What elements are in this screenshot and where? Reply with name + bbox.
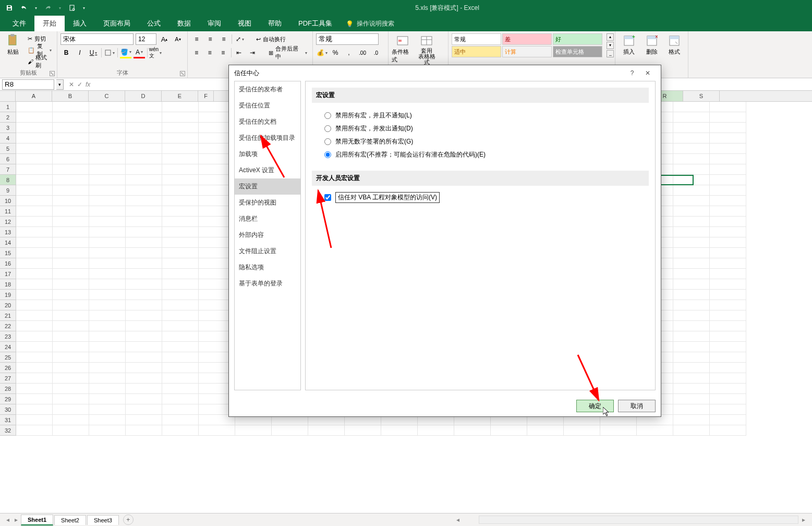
cancel-button[interactable]: 取消 bbox=[618, 400, 656, 412]
cell[interactable] bbox=[16, 331, 53, 342]
cell[interactable] bbox=[89, 123, 126, 133]
cell[interactable] bbox=[53, 331, 89, 342]
cell[interactable] bbox=[710, 269, 746, 279]
cell[interactable] bbox=[710, 310, 746, 321]
cell[interactable] bbox=[126, 196, 162, 206]
row-header[interactable]: 21 bbox=[0, 310, 16, 321]
cell[interactable] bbox=[126, 373, 162, 384]
cell[interactable] bbox=[16, 269, 53, 279]
sidebar-item-addins[interactable]: 加载项 bbox=[235, 146, 300, 162]
cell[interactable] bbox=[126, 154, 162, 164]
cell[interactable] bbox=[162, 227, 199, 237]
cell[interactable] bbox=[162, 290, 199, 300]
cell[interactable] bbox=[673, 373, 710, 384]
cell[interactable] bbox=[126, 363, 162, 373]
cell[interactable] bbox=[126, 133, 162, 144]
cell[interactable] bbox=[162, 185, 199, 196]
align-left-icon[interactable]: ≡ bbox=[191, 47, 202, 58]
row-header[interactable]: 23 bbox=[0, 331, 16, 342]
cell[interactable] bbox=[126, 310, 162, 321]
cell[interactable] bbox=[16, 144, 53, 154]
redo-dropdown-icon[interactable]: ▾ bbox=[57, 3, 63, 13]
tab-formulas[interactable]: 公式 bbox=[139, 16, 169, 31]
row-header[interactable]: 14 bbox=[0, 237, 16, 248]
cell[interactable] bbox=[126, 175, 162, 185]
cell[interactable] bbox=[16, 258, 53, 269]
style-check[interactable]: 检查单元格 bbox=[553, 46, 602, 57]
bold-button[interactable]: B bbox=[60, 47, 72, 58]
hscroll-right[interactable]: ▸ bbox=[799, 516, 808, 523]
cell[interactable] bbox=[53, 321, 89, 331]
cell[interactable] bbox=[89, 175, 126, 185]
cell[interactable] bbox=[89, 342, 126, 352]
format-painter-button[interactable]: 🖌格式刷 bbox=[26, 56, 54, 67]
cell[interactable] bbox=[162, 206, 199, 217]
cell[interactable] bbox=[710, 144, 746, 154]
tab-pdf[interactable]: PDF工具集 bbox=[290, 16, 341, 31]
cell[interactable] bbox=[673, 342, 710, 352]
cell[interactable] bbox=[710, 102, 746, 112]
cell[interactable] bbox=[673, 102, 710, 112]
delete-cells-button[interactable]: × 删除 bbox=[641, 33, 662, 56]
cell[interactable] bbox=[673, 331, 710, 342]
cell[interactable] bbox=[89, 415, 126, 425]
align-middle-icon[interactable]: ≡ bbox=[204, 33, 216, 45]
sheet-tab-3[interactable]: Sheet3 bbox=[87, 515, 119, 525]
style-gallery-more[interactable]: ⎯ bbox=[607, 50, 614, 57]
style-calc[interactable]: 计算 bbox=[502, 46, 552, 57]
tab-page-layout[interactable]: 页面布局 bbox=[95, 16, 139, 31]
clipboard-launcher[interactable]: ⤡ bbox=[50, 71, 55, 76]
format-cells-button[interactable]: 格式 bbox=[664, 33, 685, 56]
cell[interactable] bbox=[126, 269, 162, 279]
row-header[interactable]: 12 bbox=[0, 217, 16, 227]
cell[interactable] bbox=[126, 185, 162, 196]
cell[interactable] bbox=[126, 331, 162, 342]
cell[interactable] bbox=[53, 384, 89, 394]
cell[interactable] bbox=[710, 196, 746, 206]
decrease-font-icon[interactable]: A▾ bbox=[172, 33, 184, 45]
cell[interactable] bbox=[16, 384, 53, 394]
tab-data[interactable]: 数据 bbox=[169, 16, 199, 31]
col-header-s[interactable]: S bbox=[683, 91, 720, 101]
cell[interactable] bbox=[89, 185, 126, 196]
italic-button[interactable]: I bbox=[74, 47, 86, 58]
cell[interactable] bbox=[126, 258, 162, 269]
cell[interactable] bbox=[89, 227, 126, 237]
cell[interactable] bbox=[89, 258, 126, 269]
cell[interactable] bbox=[126, 352, 162, 363]
cell[interactable] bbox=[53, 425, 89, 436]
cell[interactable] bbox=[89, 248, 126, 258]
radio-disable-notify[interactable] bbox=[324, 125, 331, 132]
cell[interactable] bbox=[381, 425, 418, 436]
cell[interactable] bbox=[53, 248, 89, 258]
cell[interactable] bbox=[89, 384, 126, 394]
cell[interactable] bbox=[53, 133, 89, 144]
ok-button[interactable]: 确定 bbox=[576, 400, 614, 412]
cell[interactable] bbox=[53, 196, 89, 206]
cell[interactable] bbox=[710, 154, 746, 164]
cell[interactable] bbox=[710, 279, 746, 290]
cell[interactable] bbox=[16, 404, 53, 415]
print-preview-icon[interactable] bbox=[67, 3, 77, 13]
radio-disable-unsigned[interactable] bbox=[324, 138, 331, 145]
row-header[interactable]: 32 bbox=[0, 425, 16, 436]
cell[interactable] bbox=[89, 144, 126, 154]
sheet-tab-1[interactable]: Sheet1 bbox=[21, 515, 53, 525]
row-header[interactable]: 25 bbox=[0, 352, 16, 363]
cell[interactable] bbox=[673, 217, 710, 227]
row-header[interactable]: 7 bbox=[0, 164, 16, 175]
cell[interactable] bbox=[89, 394, 126, 404]
align-right-icon[interactable]: ≡ bbox=[217, 47, 229, 58]
cell[interactable] bbox=[126, 384, 162, 394]
cell[interactable] bbox=[126, 164, 162, 175]
cell[interactable] bbox=[710, 321, 746, 331]
row-header[interactable]: 15 bbox=[0, 248, 16, 258]
cell[interactable] bbox=[53, 415, 89, 425]
cell[interactable] bbox=[673, 269, 710, 279]
cell[interactable] bbox=[53, 237, 89, 248]
undo-icon[interactable] bbox=[19, 3, 29, 13]
row-header[interactable]: 3 bbox=[0, 123, 16, 133]
cell[interactable] bbox=[89, 102, 126, 112]
checkbox-trust-vba[interactable] bbox=[324, 194, 331, 201]
style-scroll-down[interactable]: ▾ bbox=[607, 42, 614, 49]
